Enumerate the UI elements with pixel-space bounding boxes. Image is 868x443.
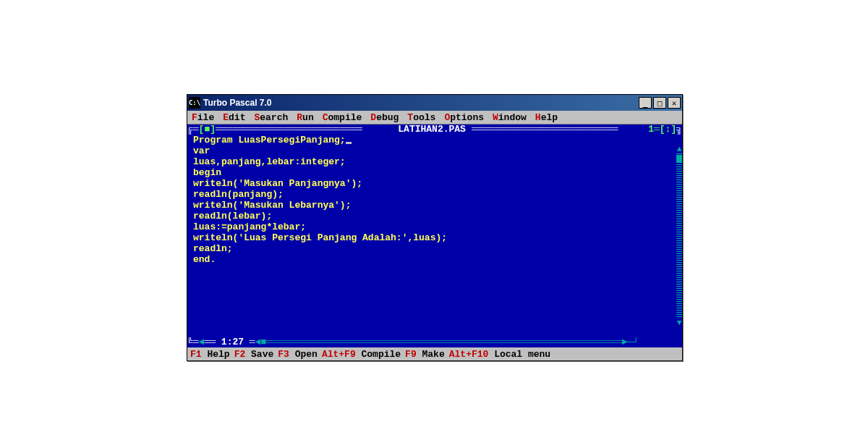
- status-help[interactable]: F1 Help: [190, 349, 230, 360]
- status-open[interactable]: F3 Open: [278, 349, 318, 360]
- menu-window[interactable]: Window: [493, 112, 527, 123]
- app-icon: C:\: [189, 97, 200, 109]
- code-line: readln;: [193, 243, 676, 254]
- menubar: File Edit Search Run Compile Debug Tools…: [187, 111, 682, 125]
- editor-close-icon[interactable]: [■]: [199, 125, 216, 135]
- menu-options[interactable]: Options: [444, 112, 484, 123]
- status-save[interactable]: F2 Save: [234, 349, 274, 360]
- code-line: var: [193, 145, 676, 156]
- code-line: luas:=panjang*lebar;: [193, 222, 676, 232]
- window-title: Turbo Pascal 7.0: [203, 98, 639, 108]
- code-line: writeln('Masukan Lebarnya');: [193, 200, 676, 211]
- status-localmenu[interactable]: Alt+F10 Local menu: [449, 349, 550, 360]
- code-editor[interactable]: Program LuasPersegiPanjang; var luas,pan…: [187, 135, 682, 337]
- menu-run[interactable]: Run: [297, 112, 313, 123]
- menu-debug[interactable]: Debug: [370, 112, 399, 123]
- code-line: readln(lebar);: [193, 211, 676, 222]
- app-window: C:\ Turbo Pascal 7.0 _ □ ✕ File Edit Sea…: [187, 94, 683, 361]
- code-line: readln(panjang);: [193, 189, 676, 200]
- menu-edit[interactable]: Edit: [223, 112, 245, 123]
- window-controls: _ □ ✕: [639, 97, 681, 109]
- code-line: luas,panjang,lebar:integer;: [193, 156, 676, 167]
- vertical-scrollbar[interactable]: ▲ ▼: [676, 145, 682, 327]
- menu-compile[interactable]: Compile: [323, 112, 362, 123]
- menu-tools[interactable]: Tools: [407, 112, 435, 123]
- scroll-track[interactable]: [676, 153, 682, 318]
- editor-filename: LATIHAN2.PAS: [392, 125, 471, 135]
- menu-search[interactable]: Search: [254, 112, 288, 123]
- hscroll-left-icon[interactable]: ◄: [255, 337, 261, 347]
- editor-frame-top: ╔═[■]══════════════════════════ LATIHAN2…: [187, 125, 682, 135]
- editor-window-number[interactable]: 1═[↕]: [648, 125, 676, 135]
- scroll-down-icon[interactable]: ▼: [676, 318, 682, 327]
- cursor-position: 1:27: [216, 337, 250, 347]
- text-cursor: [346, 142, 352, 144]
- status-compile[interactable]: Alt+F9 Compile: [322, 349, 401, 360]
- close-button[interactable]: ✕: [668, 97, 681, 109]
- scroll-thumb[interactable]: [676, 155, 682, 162]
- titlebar[interactable]: C:\ Turbo Pascal 7.0 _ □ ✕: [187, 95, 682, 111]
- hscroll-right-icon[interactable]: ►: [622, 337, 628, 347]
- menu-file[interactable]: File: [192, 112, 214, 123]
- code-line: end.: [193, 254, 676, 265]
- code-line: begin: [193, 167, 676, 178]
- resize-corner-icon[interactable]: ─┘: [628, 337, 639, 347]
- statusbar: F1 Help F2 Save F3 Open Alt+F9 Compile F…: [187, 347, 682, 360]
- code-line: writeln('Masukan Panjangnya');: [193, 178, 676, 189]
- scroll-up-icon[interactable]: ▲: [676, 145, 682, 153]
- code-line: writeln('Luas Persegi Panjang Adalah:',l…: [193, 232, 676, 243]
- editor-frame: ╔═[■]══════════════════════════ LATIHAN2…: [187, 125, 682, 347]
- status-make[interactable]: F9 Make: [405, 349, 445, 360]
- code-line: Program LuasPersegiPanjang;: [193, 135, 676, 145]
- minimize-button[interactable]: _: [639, 97, 652, 109]
- maximize-button[interactable]: □: [653, 97, 666, 109]
- editor-frame-bottom: ╚═◄══ 1:27 ═◄■══════════════════════════…: [187, 337, 682, 347]
- menu-help[interactable]: Help: [535, 112, 558, 123]
